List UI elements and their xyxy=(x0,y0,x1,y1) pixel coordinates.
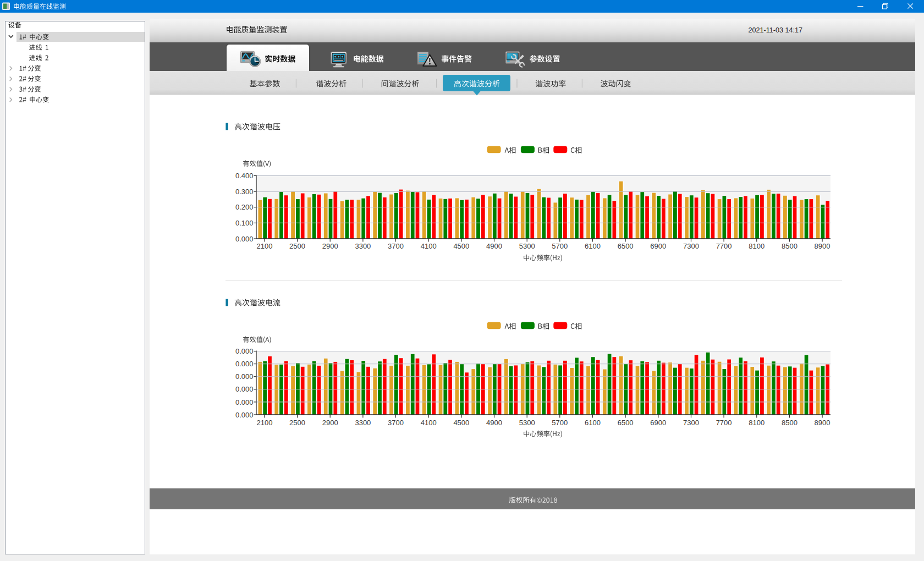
svg-text:0.200: 0.200 xyxy=(235,203,254,211)
svg-text:8500: 8500 xyxy=(782,242,798,250)
svg-text:8900: 8900 xyxy=(815,419,831,427)
svg-text:2500: 2500 xyxy=(289,419,305,427)
svg-text:8900: 8900 xyxy=(815,242,831,250)
svg-text:0.000: 0.000 xyxy=(235,360,254,368)
svg-text:4500: 4500 xyxy=(453,242,469,250)
svg-text:6900: 6900 xyxy=(650,242,666,250)
svg-text:0.300: 0.300 xyxy=(235,188,254,196)
svg-text:7300: 7300 xyxy=(683,242,699,250)
svg-text:2500: 2500 xyxy=(289,242,305,250)
svg-text:6900: 6900 xyxy=(650,419,666,427)
svg-text:4900: 4900 xyxy=(486,419,502,427)
svg-text:6100: 6100 xyxy=(585,242,601,250)
svg-text:0.000: 0.000 xyxy=(235,411,254,419)
svg-text:4100: 4100 xyxy=(421,419,437,427)
svg-text:5300: 5300 xyxy=(519,242,535,250)
svg-text:2900: 2900 xyxy=(322,242,338,250)
svg-text:0.000: 0.000 xyxy=(235,235,254,243)
svg-text:0.000: 0.000 xyxy=(235,385,254,393)
svg-text:3300: 3300 xyxy=(355,242,371,250)
svg-text:6500: 6500 xyxy=(618,242,634,250)
svg-text:0.000: 0.000 xyxy=(235,398,254,406)
svg-text:0.100: 0.100 xyxy=(235,219,254,227)
svg-text:3300: 3300 xyxy=(355,419,371,427)
svg-text:0.000: 0.000 xyxy=(235,372,254,381)
svg-text:2100: 2100 xyxy=(256,419,272,427)
svg-text:2021-11-03 14:17: 2021-11-03 14:17 xyxy=(749,26,803,34)
svg-text:6500: 6500 xyxy=(618,419,634,427)
svg-text:7700: 7700 xyxy=(716,242,732,250)
svg-text:4100: 4100 xyxy=(421,242,437,250)
svg-text:3700: 3700 xyxy=(388,419,404,427)
svg-text:8100: 8100 xyxy=(749,419,765,427)
svg-text:4900: 4900 xyxy=(486,242,502,250)
svg-text:0.400: 0.400 xyxy=(235,172,254,180)
svg-text:6100: 6100 xyxy=(585,419,601,427)
svg-text:7700: 7700 xyxy=(716,419,732,427)
svg-text:5700: 5700 xyxy=(552,419,568,427)
svg-text:4500: 4500 xyxy=(453,419,469,427)
svg-text:5700: 5700 xyxy=(552,242,568,250)
svg-text:5300: 5300 xyxy=(519,419,535,427)
svg-text:3700: 3700 xyxy=(388,242,404,250)
svg-text:2900: 2900 xyxy=(322,419,338,427)
svg-text:8100: 8100 xyxy=(749,242,765,250)
svg-text:8500: 8500 xyxy=(782,419,798,427)
svg-text:7300: 7300 xyxy=(683,419,699,427)
svg-text:0.000: 0.000 xyxy=(235,347,254,355)
svg-text:2100: 2100 xyxy=(256,242,272,250)
